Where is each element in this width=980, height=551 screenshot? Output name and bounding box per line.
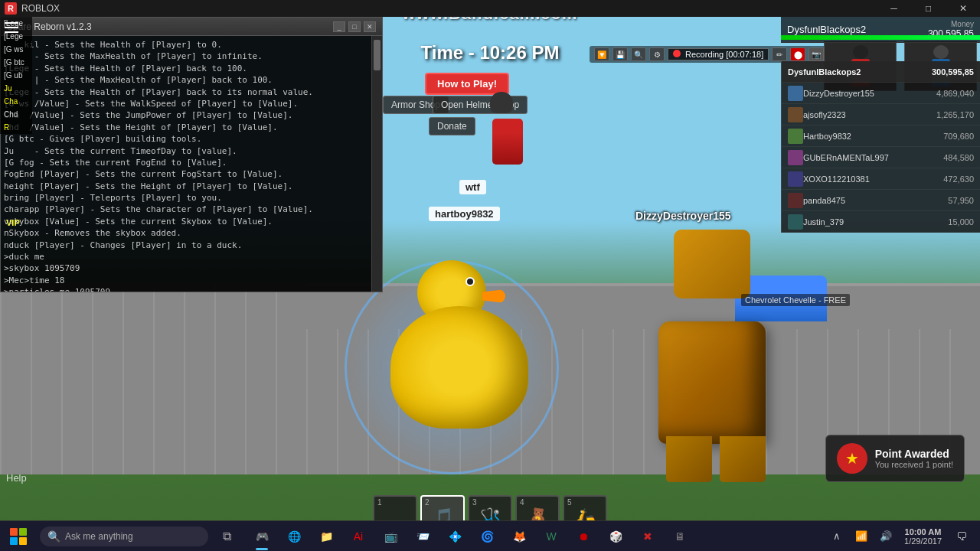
console-line: FogEnd [Player] - Sets the current FogSt… [4,168,379,180]
console-line: charapp [Player] - Sets the character of… [4,204,379,215]
titlebar-close[interactable]: ✕ [946,0,980,17]
duck-eye [466,277,475,286]
tb-desktop[interactable]: 🖥 [665,521,695,552]
tb-app-6[interactable]: 📨 [407,521,438,552]
network-icon[interactable]: 📶 [851,521,872,552]
menu-item-7[interactable]: Chd [0,108,32,121]
tb-roblox[interactable]: 🎮 [247,521,277,552]
lb-score-0: 4,869,040 [920,89,974,98]
console-line: Cha /Value] - Sets the JumpPower of [Pla… [4,109,379,121]
point-star-icon: ★ [837,443,867,474]
console-line: height [Player] - Sets the Height of [Pl… [4,181,379,192]
notifications-icon[interactable]: ∧ [826,521,848,552]
hamburger-menu[interactable] [2,18,23,37]
console-close[interactable]: ✕ [364,21,376,32]
console-line: nSkybox - Removes the skybox added. [4,227,379,239]
console-line: [G ws /Value] - Sets the WalkSpeed of [P… [4,98,379,109]
console-line: >Mec>time 18 [4,275,379,286]
tb-app-11[interactable]: ⏺ [568,521,599,552]
health-bar-fill [781,35,980,40]
rec-btn-1[interactable]: 🔽 [594,47,609,61]
lb-row-6: Justin_379 15,000 [782,211,980,233]
menu-item-8[interactable]: R [0,121,32,134]
console-scrollbar[interactable] [371,36,382,292]
tb-app13-icon: ✖ [643,530,652,543]
nametag-hartboy: hartboy9832 [429,207,500,221]
lb-row-0: DizzyDestroyer155 4,869,040 [782,83,980,104]
mn-head-2 [933,45,949,59]
menu-item-3[interactable]: [G btc [0,56,32,69]
rec-btn-magnify[interactable]: 🔍 [631,47,646,61]
tb-app7-icon: 💠 [449,530,462,543]
nametag-dizzy: DizzyDestroyer155 [635,210,731,222]
clock-date: 1/29/2017 [904,536,942,546]
lb-avatar-1 [788,107,803,122]
lb-score-4: 472,630 [920,174,974,184]
rec-btn-2[interactable]: 💾 [612,47,628,61]
cortana-icon: 🔍 [47,530,60,543]
action-center-button[interactable]: 🗨 [949,521,974,552]
console-line: | - Sets the MaxHealth of [Player] back … [4,74,379,86]
tb-word-icon: W [546,530,556,543]
console-minimize[interactable]: _ [333,21,345,32]
console-line: [Lege - Sets the Health of [Player] back… [4,63,379,74]
rec-btn-settings[interactable]: ⚙ [649,47,665,61]
system-clock[interactable]: 10:00 AM 1/29/2017 [900,527,946,546]
tb-ie[interactable]: 🌐 [279,521,309,552]
nametag-wtf: wtf [459,180,486,194]
console-line: >duck me [4,251,379,262]
tb-roblox-icon: 🎮 [256,530,269,543]
lb-score-1: 1,265,170 [920,110,974,119]
duck-body [390,306,528,429]
tb-app-7[interactable]: 💠 [439,521,470,552]
console-buttons: _ □ ✕ [333,21,376,32]
tb-adobe[interactable]: Ai [343,521,374,552]
console-panel: Spare Reborn v1.2.3 _ □ ✕ kil - Sets the… [0,17,383,292]
titlebar-title: ROBLOX [21,3,877,14]
tb-word[interactable]: W [536,521,567,552]
leaderboard: DysfunlBlackops2 300,595,85 DizzyDestroy… [781,61,980,233]
console-scroll-thumb[interactable] [374,40,381,70]
lb-name-3: GUbERnAMENTaL997 [803,153,920,162]
tb-app-13[interactable]: ✖ [632,521,663,552]
win-quad-2 [19,528,27,536]
titlebar: R ROBLOX ─ □ ✕ [0,0,980,17]
console-maximize[interactable]: □ [348,21,361,32]
slot-num-3: 3 [472,498,477,507]
tb-app9-icon: 🦊 [513,530,526,543]
tb-app-12[interactable]: 🎲 [600,521,631,552]
tb-app-9[interactable]: 🦊 [504,521,534,552]
point-awarded-notification: ★ Point Awarded You received 1 point! [825,435,965,482]
hamburger-line-3 [5,31,18,33]
ninja-character-thumbnail [486,107,528,168]
tb-chrome[interactable]: 🌀 [472,521,502,552]
menu-item-6[interactable]: Cha [0,95,32,108]
help-label[interactable]: Help [6,472,27,484]
donate-button[interactable]: Donate [429,117,475,135]
menu-item-4[interactable]: [G ub [0,69,32,82]
lb-avatar-4 [788,171,803,187]
tb-app-5[interactable]: 📺 [375,521,406,552]
how-to-play-button[interactable]: How to Play! [425,73,509,95]
rec-cam1[interactable]: ⬤ [790,47,805,61]
roblox-r-letter: R [8,4,14,13]
sound-icon[interactable]: 🔊 [875,521,897,552]
start-button[interactable] [0,521,37,552]
rec-dot [673,50,681,57]
lb-avatar-2 [788,129,803,144]
lb-name-2: Hartboy9832 [803,132,920,141]
menu-item-2[interactable]: [G ws [0,43,32,56]
hud-time: Time - 10:26 PM [421,42,560,64]
taskbar-apps: 🎮 🌐 📁 Ai 📺 📨 💠 🌀 🦊 W ⏺ [247,521,695,552]
menu-item-5[interactable]: Ju [0,82,32,95]
console-line: vskybox [Value] - Sets the current Skybo… [4,216,379,227]
titlebar-minimize[interactable]: ─ [877,0,911,17]
task-view-button[interactable]: ⧉ [211,521,242,552]
slot-num-5: 5 [567,498,572,507]
rec-pencil[interactable]: ✏ [772,47,787,61]
tb-explorer[interactable]: 📁 [311,521,341,552]
console-line: bring [Player] - Teleports [Player] to y… [4,192,379,204]
cortana-search[interactable]: 🔍 Ask me anything [40,527,208,546]
titlebar-maximize[interactable]: □ [911,0,946,17]
console-line: >skybox 1095709 [4,262,379,274]
